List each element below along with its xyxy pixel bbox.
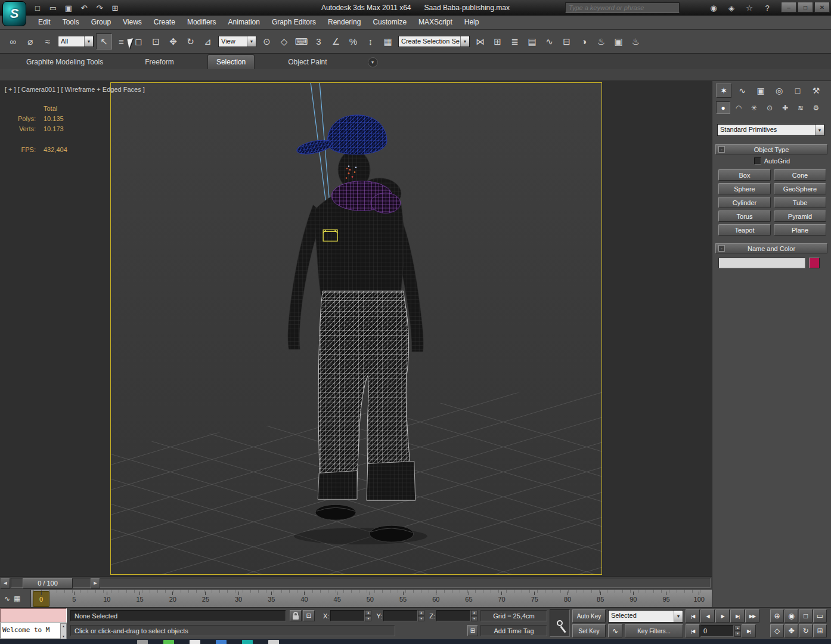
material-editor-icon[interactable]: ◑ [576,33,592,49]
maximize-viewport-icon[interactable]: ⊞ [813,624,827,637]
previous-key-button[interactable]: |◀ [686,624,700,637]
time-slider-next-button[interactable]: ▶ [91,578,100,589]
select-and-rotate-icon[interactable]: ↻ [182,33,199,49]
time-tag-icon[interactable]: ⊞ [467,625,478,636]
set-keys-button[interactable] [550,609,570,637]
graphite-ribbon-toggle-icon[interactable]: ▤ [524,33,540,49]
angle-snap-icon[interactable]: ∠ [328,33,344,49]
create-tab[interactable]: ✶ [716,83,731,98]
time-slider-track[interactable] [11,578,711,588]
use-pivot-point-icon[interactable]: ⊙ [259,33,275,49]
taskbar-item[interactable] [163,640,174,644]
menu-item[interactable]: Edit [32,16,57,29]
ribbon-tab[interactable]: Selection [207,54,255,69]
ribbon-tab[interactable]: Graphite Modeling Tools [18,55,111,69]
object-type-button[interactable]: Torus [718,210,771,222]
frame-tick[interactable]: 85 [593,592,608,606]
frame-tick[interactable]: 10 [99,592,114,606]
orbit-icon[interactable]: ↻ [799,624,813,637]
name-color-rollout-header[interactable]: - Name and Color [715,243,827,253]
zoom-all-icon[interactable]: ◉ [785,609,798,623]
object-type-rollout-header[interactable]: - Object Type [715,144,827,154]
macro-recorder-pane[interactable] [0,608,67,623]
utilities-tab[interactable]: ⚒ [808,83,824,98]
schematic-view-icon[interactable]: ⊟ [559,33,575,49]
lights-category-icon[interactable]: ☀ [747,101,761,114]
track-bar[interactable]: ∿ ▦ 0 5 10 15 20 [0,589,712,607]
restore-button[interactable]: □ [798,2,813,13]
systems-category-icon[interactable]: ⚙ [809,101,823,114]
z-spinner[interactable]: ▲▼ [471,610,477,621]
frame-tick[interactable]: 55 [395,592,411,606]
select-and-link-icon[interactable]: ∞ [5,33,21,49]
select-and-scale-icon[interactable]: ⊿ [200,33,216,49]
menu-item[interactable]: Modifiers [181,16,222,29]
taskbar-item[interactable] [216,640,227,644]
taskbar-item[interactable] [268,640,279,644]
time-slider[interactable]: ◀ 0 / 100 ▶ [0,576,712,589]
menu-item[interactable]: Group [85,16,117,29]
frame-tick[interactable]: 75 [527,592,542,606]
field-of-view-icon[interactable]: ◇ [770,624,784,637]
object-type-button[interactable]: Box [718,169,771,181]
menu-item[interactable]: Animation [222,16,266,29]
communication-center-icon[interactable]: ◈ [725,2,738,14]
time-slider-prev-button[interactable]: ◀ [1,578,10,589]
favorites-icon[interactable]: ☆ [743,2,756,14]
menu-item[interactable]: Views [117,16,148,29]
object-type-button[interactable]: Teapot [718,224,771,236]
key-filters-button[interactable]: Key Filters... [625,624,683,637]
selection-lock-toggle[interactable] [290,610,302,621]
hierarchy-tab[interactable]: ▣ [753,83,768,98]
percent-snap-icon[interactable]: % [345,33,361,49]
menu-item[interactable]: Graph Editors [266,16,322,29]
frame-tick[interactable]: 25 [198,592,213,606]
frame-tick[interactable]: 45 [330,592,345,606]
select-by-name-icon[interactable]: ≡ [113,33,129,49]
bind-to-space-warp-icon[interactable]: ≈ [39,33,55,49]
menu-item[interactable]: Create [148,16,181,29]
cameras-category-icon[interactable]: ⊙ [762,101,777,114]
new-scene-icon[interactable]: □ [31,2,44,14]
close-button[interactable]: ✕ [814,2,830,13]
auto-key-button[interactable]: Auto Key [572,609,606,623]
taskbar-item[interactable] [242,640,253,644]
object-type-button[interactable]: Plane [774,224,826,236]
reference-coordinate-dropdown[interactable]: View ▼ [218,36,256,47]
x-spinner[interactable]: ▲▼ [365,610,371,621]
project-toolbar-icon[interactable]: ⊞ [108,2,122,14]
frame-tick[interactable]: 40 [297,592,312,606]
redo-icon[interactable]: ↷ [93,2,106,14]
taskbar-item[interactable] [137,640,148,644]
maxscript-mini-listener[interactable]: Welcome to M ▲ ▼ [0,608,67,639]
frame-tick[interactable]: 90 [625,592,641,606]
frame-tick[interactable]: 0 [33,592,49,606]
time-slider-thumb[interactable]: 0 / 100 [23,578,73,589]
object-type-button[interactable]: Cone [774,169,826,181]
mirror-icon[interactable]: ⋈ [472,33,488,49]
object-color-swatch[interactable] [809,258,820,268]
camera-viewport[interactable] [110,82,602,575]
space-warps-category-icon[interactable]: ≋ [793,101,808,114]
frame-tick[interactable]: 70 [494,592,510,606]
go-to-end-button[interactable]: ▶▶ [745,609,759,623]
undo-icon[interactable]: ↶ [77,2,91,14]
ribbon-collapse-button[interactable]: ▾ [368,57,378,67]
frame-tick[interactable]: 60 [428,592,444,606]
pan-icon[interactable]: ✥ [785,624,798,637]
select-object-icon[interactable]: ↖ [96,33,112,49]
viewport-area[interactable]: [ + ] [ Camera001 ] [ Wireframe + Edged … [0,81,712,576]
current-frame-field[interactable] [700,625,734,637]
absolute-offset-toggle[interactable]: ⊡ [303,610,315,621]
mini-curve-editor-icon[interactable]: ∿ [4,595,10,603]
set-key-button[interactable]: Set Key [572,624,606,637]
infocenter-search-icon[interactable]: ◉ [707,2,720,14]
character-wireframe-model[interactable] [288,115,427,544]
snaps-toggle-icon[interactable]: 3 [311,33,327,49]
menu-item[interactable]: Tools [57,16,85,29]
taskbar-item[interactable] [190,640,200,644]
selection-filter-dropdown[interactable]: All ▼ [58,36,94,47]
menu-item[interactable]: Rendering [322,16,367,29]
frame-spinner[interactable]: ▲▼ [734,626,741,637]
zoom-extents-icon[interactable]: □ [799,609,813,623]
